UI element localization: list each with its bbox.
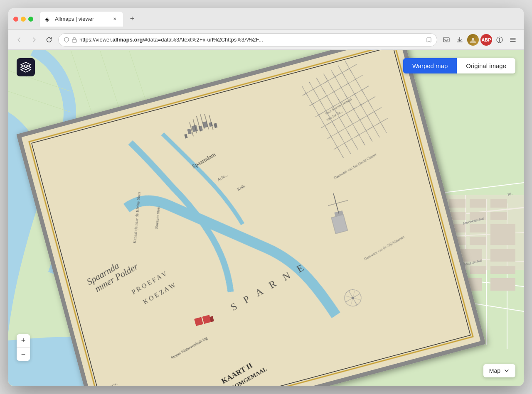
historical-map-svg: Spaarndam Spaarnda mmer Polder P R O E F… bbox=[8, 50, 524, 386]
chevron-down-icon bbox=[504, 368, 510, 374]
url-display: https://viewer.allmaps.org/#data=data%3A… bbox=[79, 37, 424, 43]
bookmark-icon[interactable] bbox=[426, 37, 432, 43]
close-button[interactable] bbox=[13, 17, 18, 22]
address-bar: https://viewer.allmaps.org/#data=data%3A… bbox=[8, 30, 524, 50]
svg-rect-0 bbox=[72, 39, 76, 42]
browser-window: ◈ Allmaps | viewer ✕ + https://viewer.al… bbox=[8, 8, 524, 386]
warped-map-button[interactable]: Warped map bbox=[403, 58, 457, 73]
traffic-lights bbox=[13, 17, 33, 22]
zoom-out-button[interactable]: − bbox=[17, 348, 30, 361]
original-image-button[interactable]: Original image bbox=[457, 58, 515, 73]
svg-point-5 bbox=[499, 38, 500, 39]
back-button[interactable] bbox=[13, 34, 25, 46]
zoom-in-button[interactable]: + bbox=[17, 334, 30, 348]
toolbar-icons: ABP bbox=[441, 34, 519, 46]
new-tab-button[interactable]: + bbox=[126, 13, 138, 25]
main-content: Mechelstraat Cornelis Visserstraat Ri... bbox=[8, 50, 524, 386]
historical-map-overlay[interactable]: Spaarndam Spaarnda mmer Polder P R O E F… bbox=[8, 50, 524, 386]
svg-point-2 bbox=[472, 38, 474, 40]
tab-title: Allmaps | viewer bbox=[55, 16, 108, 22]
address-field[interactable]: https://viewer.allmaps.org/#data=data%3A… bbox=[58, 33, 437, 46]
zoom-controls: + − bbox=[17, 334, 30, 361]
refresh-button[interactable] bbox=[43, 34, 55, 46]
svg-rect-50 bbox=[22, 50, 481, 386]
shield-icon bbox=[64, 37, 69, 43]
tab-favicon: ◈ bbox=[45, 16, 52, 22]
pocket-button[interactable] bbox=[441, 34, 452, 46]
abp-badge[interactable]: ABP bbox=[480, 34, 492, 46]
info-button[interactable] bbox=[494, 34, 505, 46]
view-toggle: Warped map Original image bbox=[403, 58, 515, 73]
tab-close-button[interactable]: ✕ bbox=[111, 16, 118, 22]
map-type-selector[interactable]: Map bbox=[483, 364, 515, 377]
user-avatar[interactable] bbox=[467, 34, 479, 46]
lock-icon bbox=[72, 37, 77, 43]
download-button[interactable] bbox=[454, 34, 466, 46]
menu-button[interactable] bbox=[507, 34, 519, 46]
maximize-button[interactable] bbox=[28, 17, 33, 22]
forward-button[interactable] bbox=[28, 34, 40, 46]
allmaps-logo[interactable] bbox=[17, 58, 35, 76]
minimize-button[interactable] bbox=[21, 17, 26, 22]
map-type-label: Map bbox=[489, 367, 500, 374]
title-bar: ◈ Allmaps | viewer ✕ + bbox=[8, 8, 524, 30]
active-tab[interactable]: ◈ Allmaps | viewer ✕ bbox=[40, 12, 123, 27]
